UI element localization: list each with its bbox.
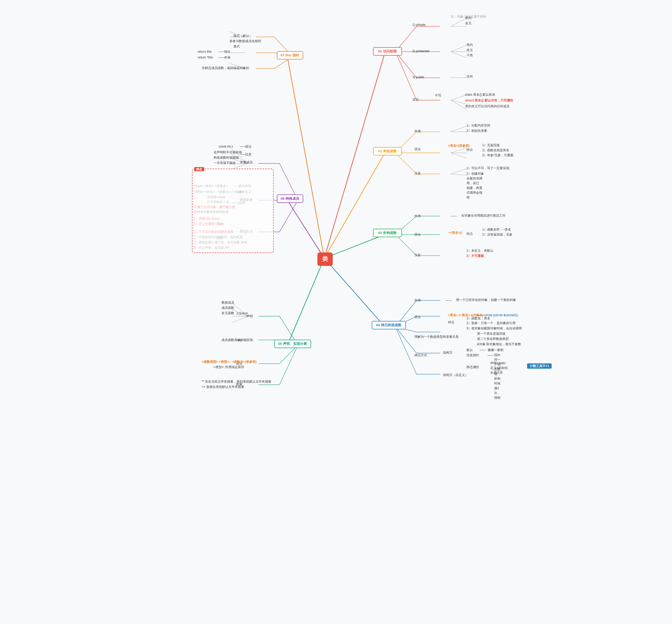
n06-const-note1: 在声明时不可赋初值	[214, 150, 242, 155]
n04-shallow-pointer-desc: 指向同一个动态数组，析构时候激2次，报错	[494, 353, 501, 400]
n05-declare-friend: 友元函数	[221, 311, 234, 315]
n04-counter-badge: 计数工具不+1	[527, 364, 552, 368]
n04-deep: 深拷贝（自定义）	[443, 373, 468, 378]
n04-role-label: 作用	[414, 298, 421, 303]
n04-static-attr-3: 全局共享	[490, 370, 503, 375]
n05-search-angle: <> 直接在系统默认文件夹搜索	[202, 385, 244, 389]
n07-same-param: 形参与数据成员名相同	[230, 39, 261, 44]
n04-static-attr-1: 声明+static	[490, 361, 506, 365]
n04-shallow-pointer: 涉及指针	[466, 353, 479, 358]
n02-note-1: 1）可以不写，写了一定要实现	[466, 166, 509, 171]
n04-feature-3: 3）老对象创建新对象时候，会自动调用	[466, 326, 522, 331]
n03-feature-2: 2）没有返回值，无参	[482, 232, 513, 237]
n05-syntax-func: <函数类型> <类型>:: <函数名>(形参表)	[202, 360, 257, 364]
n04-static-attr: 静态属性	[466, 365, 479, 369]
n07-nonstatic: 非静态成员函数，返回值是对象的	[202, 66, 249, 70]
svg-line-19	[451, 52, 466, 58]
n03-note-2: 2）不可重载	[466, 254, 484, 258]
n04-shallow-pointer-val: ——	[488, 353, 494, 358]
node-02: 02 构造函数	[373, 147, 402, 155]
n04-feature-2: 2）形参：只有一个，是对象的引用	[466, 321, 516, 326]
n03-syntax-label: 语法	[414, 232, 421, 237]
n04-shallow: 浅拷贝	[443, 350, 452, 355]
node-04: 04 拷贝构造函数	[372, 321, 406, 330]
n05-impl-label: 实现	[247, 338, 253, 342]
n03-syntax-feature: 特点	[466, 232, 473, 236]
n03-role-desc: 在对象生存周期后进行善后工作	[461, 213, 506, 218]
n02-note-2: 2）创建对象会被自动调用，若已创建，再显式调用会报错	[466, 171, 485, 200]
n05-search-quote: ** 先在当前文件夹搜索，再到系统默认文件夹搜索	[202, 380, 272, 384]
n01-private-classinner: 类内	[465, 16, 472, 20]
n01-other-class-default: class 类名{}:默认私有	[465, 93, 495, 97]
node-05: 05 声明、实现分离	[274, 340, 311, 348]
svg-line-28	[395, 153, 416, 174]
n01-other-nowrite: 不写	[435, 93, 441, 98]
n05-impl-func: 成员函数具体功能	[221, 338, 247, 342]
n01-other-friend: 类的友元可以访问类的任何成员	[465, 104, 509, 109]
n01-private-friend: 友元	[465, 21, 472, 26]
n06-const-label: 常量成员	[240, 160, 252, 165]
n04-static-attr-2: 定义+初始化	[490, 366, 508, 370]
svg-line-36	[451, 174, 466, 175]
n07-return-dereference-label: 本身	[224, 55, 231, 60]
svg-line-64	[232, 316, 248, 323]
n02-role-label: 作用	[414, 129, 421, 134]
svg-line-15	[451, 18, 466, 26]
node-06: 06 特殊成员	[277, 194, 303, 203]
n02-note-label: 注意	[414, 171, 421, 176]
n02-feature-1: 1）无返回值	[482, 143, 500, 148]
n04-syntax-label: 语法	[414, 315, 421, 319]
n02-syntax-label: 语法	[414, 147, 421, 152]
svg-line-41	[395, 235, 416, 256]
svg-line-6	[288, 200, 324, 258]
n01-private-label: 1) private	[412, 23, 426, 27]
svg-line-35	[451, 168, 466, 174]
n07-return-this-label: 地址	[224, 50, 231, 54]
n07-explicit: 显式	[234, 44, 240, 49]
n04-shallow-default-desc: 傻傻—复制	[488, 348, 503, 352]
n03-feature-1: 1）函数名即：~类名	[482, 227, 511, 232]
svg-line-21	[451, 95, 466, 100]
node-07: 07 this 指针	[277, 51, 303, 59]
svg-line-51	[395, 327, 416, 374]
n04-understand: 理解为一个数据类型和变量关系	[414, 335, 459, 339]
svg-line-69	[279, 200, 298, 232]
n02-role-2: 2）初始化变量	[466, 129, 487, 133]
n05-declare-member-func: 成员函数	[221, 306, 234, 310]
n04-understand-1: 第一个类名是返回值	[477, 332, 506, 336]
mind-map-canvas: 类 07 this 指针 01 访问权限 02 构造函数 03 析构函数 04 …	[187, 0, 485, 580]
n01-other-struct: struct 类名{}:默认共有，只写属性	[465, 98, 513, 103]
n05-syntax-scope: <类型>::作用域运算符	[214, 365, 244, 369]
svg-line-5	[288, 258, 324, 345]
n04-role-val: ——	[446, 298, 452, 303]
n01-other-label: 其它	[412, 98, 419, 102]
n03-role-label: 作用	[414, 214, 421, 218]
n06-const-syntax: const int x	[219, 145, 233, 149]
n01-protected-friend: 友元	[466, 48, 473, 52]
connector-lines	[187, 0, 485, 580]
n02-feature-label: 特点	[466, 148, 473, 152]
n07-return-dereference: return *this	[198, 55, 213, 60]
n04-feature-1: 1）函数名：类名	[466, 316, 490, 321]
svg-line-32	[451, 148, 466, 153]
n03-note-label: 注意	[414, 253, 421, 257]
n02-feature-2: 2）函数名就是类名	[482, 148, 509, 153]
n03-syntax-val: ~<类名>()	[448, 231, 462, 235]
svg-line-0	[288, 57, 324, 258]
n04-shallow-default-val: ——	[480, 348, 486, 352]
n06-const-note4: 一旦有值不能改	[214, 161, 236, 165]
n06-const-note-label: 注意	[245, 152, 251, 157]
svg-line-22	[451, 100, 466, 104]
n02-role-1: 1）分配内存空间	[466, 123, 490, 128]
svg-line-2	[324, 153, 385, 258]
n07-return-this: return this	[198, 50, 212, 54]
svg-line-49	[395, 327, 416, 353]
n04-copy-method: 拷贝方式	[414, 353, 427, 358]
n05-declare-data: 数据成员	[221, 301, 234, 305]
n07-implicit: 隐式（默认）	[234, 34, 252, 38]
n05-declare-label: 声明	[247, 314, 253, 319]
n06-const-note2: 构造函数时候赋值	[214, 155, 239, 160]
static-section-label: 静态	[194, 167, 204, 172]
n02-feature-3: 3）有参/无参，可重载	[482, 153, 513, 158]
svg-line-3	[324, 235, 385, 258]
